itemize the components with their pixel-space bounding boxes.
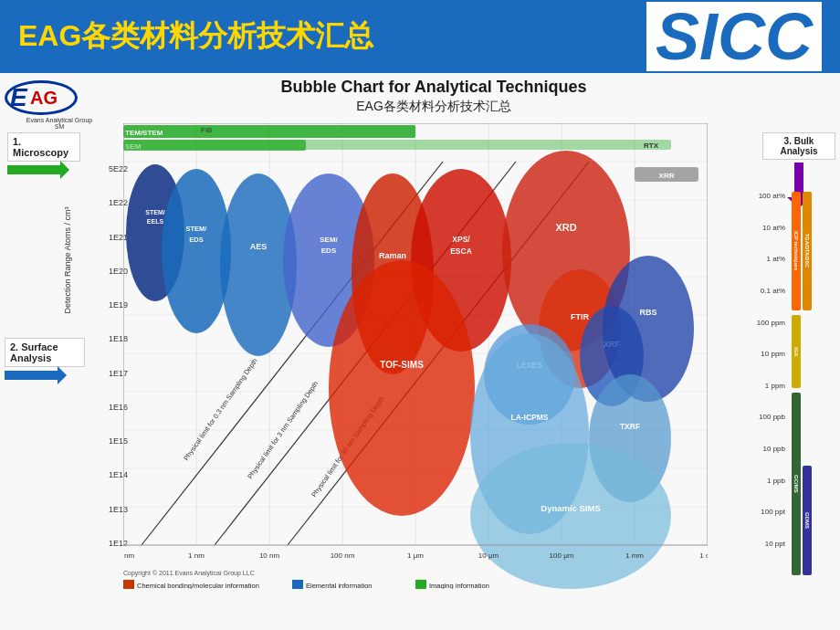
svg-text:1 μm: 1 μm — [407, 551, 424, 560]
rs-1ppb: 1 ppb — [749, 477, 785, 485]
microscopy-label: 1. Microscopy — [7, 132, 80, 174]
y-label-1e12: 1E12 — [91, 539, 128, 548]
main-content: E AG Evans Analytical Group SM Bubble Ch… — [0, 73, 840, 630]
eag-sm: SM — [5, 123, 114, 130]
y-label-5e22: 5E22 — [91, 164, 128, 173]
surface-analysis-label: 2. Surface Analysis — [5, 338, 85, 380]
svg-text:XPS/: XPS/ — [452, 235, 470, 244]
iga-bar: IGA — [792, 315, 801, 388]
svg-text:XRD: XRD — [555, 222, 576, 233]
svg-text:Dynamic SIMS: Dynamic SIMS — [541, 503, 600, 513]
chart-container: E AG Evans Analytical Group SM Bubble Ch… — [0, 73, 840, 630]
icp-bar: ICP techniques — [792, 192, 801, 310]
chart-title-sub: EAG各类材料分析技术汇总 — [119, 99, 749, 115]
svg-text:Copyright © 2011 Evans Analyti: Copyright © 2011 Evans Analytical Group … — [123, 570, 255, 577]
svg-text:RBS: RBS — [639, 308, 656, 317]
right-techniques-bar: 100 at% 10 at% 1 at% 0.1 at% 100 ppm 10 … — [767, 192, 835, 548]
y-label-1e20: 1E20 — [91, 267, 128, 276]
right-scale: 100 at% 10 at% 1 at% 0.1 at% 100 ppm 10 … — [749, 192, 785, 548]
svg-rect-82 — [123, 580, 134, 589]
svg-text:Elemental information: Elemental information — [306, 582, 373, 589]
y-axis: 5E22 1E22 1E21 1E20 1E19 1E18 1E17 1E16 … — [91, 164, 128, 548]
chart-title-area: Bubble Chart for Analytical Techniques E… — [119, 78, 749, 115]
y-label-1e22: 1E22 — [91, 198, 128, 207]
tga-bar: TGA/DTA/DSC — [803, 192, 812, 310]
svg-text:1 mm: 1 mm — [625, 551, 644, 560]
iga-label: IGA — [793, 347, 799, 357]
rs-100ppm: 100 ppm — [749, 319, 785, 327]
eag-logo: E AG Evans Analytical Group SM — [5, 80, 114, 126]
svg-text:Chemical bonding/molecular inf: Chemical bonding/molecular information — [137, 582, 259, 589]
svg-text:RTX: RTX — [644, 142, 659, 150]
svg-text:Raman: Raman — [379, 251, 406, 260]
svg-text:STEM/: STEM/ — [145, 209, 164, 215]
svg-text:STEM/: STEM/ — [186, 225, 208, 233]
rs-10ppt: 10 ppt — [749, 540, 785, 548]
eag-subtitle: Evans Analytical Group — [5, 117, 114, 123]
svg-text:EDS: EDS — [321, 247, 337, 255]
rs-1at: 1 at% — [749, 255, 785, 263]
header: EAG各类材料分析技术汇总 SICC — [0, 0, 840, 73]
gcms-label: GC/MS — [793, 475, 799, 493]
svg-text:10 μm: 10 μm — [478, 551, 499, 560]
chart-title-main: Bubble Chart for Analytical Techniques — [119, 78, 749, 97]
svg-text:1 nm: 1 nm — [188, 551, 205, 560]
y-axis-title-text: Detection Range Atoms / cm³ — [63, 206, 72, 313]
svg-text:XRR: XRR — [659, 172, 675, 180]
y-label-1e15: 1E15 — [91, 436, 128, 446]
microscopy-arrow — [7, 165, 62, 174]
svg-text:FTIR: FTIR — [571, 312, 589, 321]
rs-100at: 100 at% — [749, 192, 785, 200]
gcms-bar: GC/MS — [792, 393, 801, 575]
y-label-1e21: 1E21 — [91, 233, 128, 242]
svg-text:100 μm: 100 μm — [550, 551, 574, 560]
y-label-1e14: 1E14 — [91, 470, 128, 479]
rs-10ppm: 10 ppm — [749, 350, 785, 358]
gdms-label: GDMS — [804, 512, 810, 529]
tga-label: TGA/DTA/DSC — [804, 234, 810, 268]
y-axis-title: Detection Range Atoms / cm³ — [63, 206, 72, 313]
y-label-1e16: 1E16 — [91, 403, 128, 412]
surface-box: 2. Surface Analysis — [5, 338, 85, 367]
svg-text:LA-ICPMS: LA-ICPMS — [510, 413, 548, 422]
svg-text:Imaging information: Imaging information — [429, 582, 489, 589]
rs-10ppb: 10 ppb — [749, 445, 785, 453]
svg-point-69 — [470, 443, 671, 589]
y-label-1e17: 1E17 — [91, 369, 128, 378]
svg-text:AES: AES — [250, 242, 268, 251]
svg-text:100 nm: 100 nm — [331, 551, 355, 560]
rs-100ppb: 100 ppb — [749, 413, 785, 421]
svg-point-63 — [329, 260, 475, 516]
svg-rect-84 — [292, 580, 303, 589]
svg-text:EELS: EELS — [147, 218, 164, 225]
microscopy-box: 1. Microscopy — [7, 132, 80, 162]
svg-text:TEM/STEM: TEM/STEM — [125, 129, 163, 137]
eag-e: E — [10, 83, 27, 112]
svg-text:0.1 nm: 0.1 nm — [123, 551, 135, 560]
svg-text:ESCA: ESCA — [450, 247, 472, 256]
svg-rect-27 — [123, 140, 671, 150]
sicc-logo: SICC — [646, 2, 822, 71]
svg-rect-86 — [415, 580, 426, 589]
svg-text:EDS: EDS — [189, 236, 203, 244]
rs-10at: 10 at% — [749, 224, 785, 232]
bubble-chart-svg: TEM/STEM SPM FIB SEM RTX Physical limit … — [123, 123, 708, 589]
rs-1ppm: 1 ppm — [749, 382, 785, 390]
bulk-box: 3. BulkAnalysis — [762, 132, 835, 160]
y-label-1e13: 1E13 — [91, 505, 128, 514]
surface-arrow — [5, 371, 59, 380]
svg-rect-21 — [123, 125, 415, 138]
svg-text:TOF-SIMS: TOF-SIMS — [380, 360, 424, 370]
svg-text:TXRF: TXRF — [620, 422, 640, 431]
technique-bars: ICP techniques TGA/DTA/DSC IGA GC/MS GDM… — [792, 192, 835, 548]
y-label-1e19: 1E19 — [91, 300, 128, 310]
rs-100ppt: 100 ppt — [749, 508, 785, 516]
svg-text:1 cm: 1 cm — [699, 551, 708, 560]
rs-01at: 0.1 at% — [749, 287, 785, 295]
eag-ag: AG — [30, 88, 58, 109]
gdms-bar: GDMS — [803, 466, 812, 575]
svg-text:10 nm: 10 nm — [259, 551, 280, 560]
svg-text:FIB: FIB — [201, 126, 212, 134]
svg-text:SEM/: SEM/ — [320, 236, 338, 244]
icp-label: ICP techniques — [793, 231, 799, 270]
